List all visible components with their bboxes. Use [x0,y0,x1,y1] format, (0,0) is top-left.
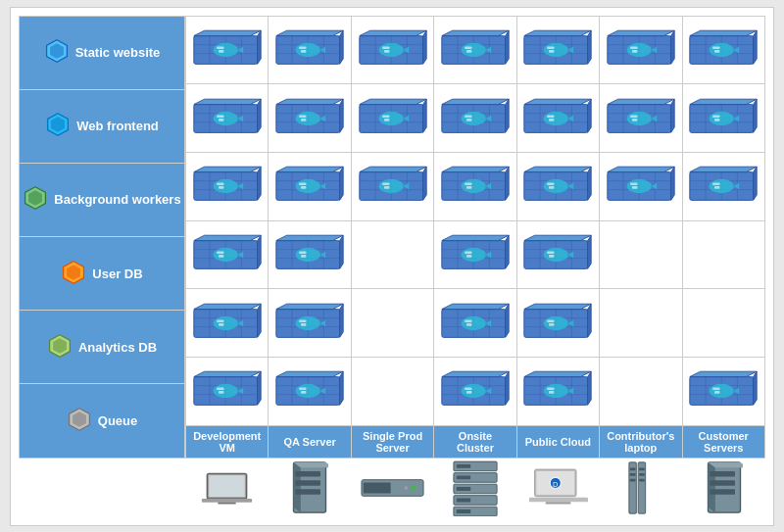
svg-rect-130 [382,115,389,118]
svg-marker-278 [340,235,344,268]
container-icon-0-6 [688,28,759,72]
cell-3-1 [268,220,350,289]
svg-marker-86 [754,30,758,64]
svg-rect-311 [549,255,554,258]
svg-point-200 [296,179,320,193]
svg-marker-205 [359,167,425,171]
svg-marker-254 [754,167,758,200]
container-icon-0-2 [358,28,428,72]
row-label-1: Web frontend [19,89,185,163]
svg-marker-409 [690,371,757,376]
svg-marker-170 [754,99,758,132]
container-icon-0-1 [274,28,345,72]
cell-0-6 [682,16,765,84]
bottom-icon-2 [351,478,434,498]
svg-point-433 [405,486,409,490]
svg-rect-452 [630,467,636,470]
svg-rect-428 [295,480,320,486]
svg-marker-241 [608,167,674,171]
svg-marker-182 [257,167,261,200]
svg-rect-178 [712,115,719,118]
svg-marker-85 [690,30,757,35]
svg-rect-427 [295,471,320,477]
svg-point-356 [544,315,568,329]
svg-marker-98 [257,99,261,132]
data-row-4 [185,288,765,357]
svg-rect-299 [466,255,471,258]
row-label-text-2: Background workers [54,192,180,207]
svg-marker-217 [442,167,509,171]
col-header-4: Public Cloud [516,425,599,459]
svg-point-176 [710,111,734,124]
cell-0-3 [433,16,515,84]
container-icon-0-3 [440,28,511,72]
svg-rect-359 [549,323,554,326]
svg-rect-453 [630,473,636,476]
container-icon-1-1 [274,97,345,140]
svg-rect-131 [384,119,389,121]
cell-1-2 [351,83,433,152]
svg-marker-14 [257,30,261,64]
svg-point-128 [378,111,403,124]
svg-rect-143 [466,119,471,121]
svg-rect-429 [295,489,320,495]
svg-rect-23 [219,50,223,53]
cell-5-0 [185,357,268,425]
svg-point-308 [544,248,568,262]
container-icon-2-6 [688,165,759,208]
cell-5-2 [351,357,433,425]
svg-rect-95 [714,50,719,53]
hex-icon-5 [67,407,92,435]
svg-rect-441 [457,487,470,491]
svg-marker-133 [442,99,509,104]
svg-rect-262 [712,183,719,186]
svg-marker-302 [588,235,592,268]
svg-rect-82 [630,46,637,49]
data-row-5 [185,357,765,425]
bottom-icon-0 [185,469,269,507]
svg-point-368 [213,384,237,398]
svg-point-152 [544,111,568,124]
svg-rect-298 [465,251,471,254]
container-icon-2-3 [440,165,511,208]
cell-0-0 [185,16,268,84]
cell-5-5 [599,357,681,425]
svg-marker-290 [506,235,510,268]
svg-marker-13 [194,30,261,35]
container-icon-2-4 [522,165,593,208]
cell-1-3 [433,83,515,152]
svg-point-248 [626,179,651,193]
svg-rect-203 [301,186,306,189]
row-label-text-5: Queue [98,413,137,428]
svg-marker-350 [588,304,592,337]
cell-2-4 [516,152,599,220]
svg-marker-397 [524,371,591,376]
row-label-3: User DB [19,236,185,310]
svg-rect-394 [465,388,471,391]
svg-rect-274 [217,251,223,254]
svg-marker-230 [588,167,592,200]
svg-marker-459 [708,462,714,512]
data-row-1 [185,83,765,152]
svg-rect-83 [632,50,637,53]
svg-rect-440 [457,475,470,479]
svg-rect-34 [299,46,306,49]
svg-point-296 [462,248,486,262]
cell-1-1 [268,83,350,152]
container-icon-1-3 [440,97,511,140]
svg-rect-251 [632,186,637,189]
cell-0-4 [516,16,599,84]
cell-0-1 [268,16,350,84]
svg-marker-158 [670,99,674,132]
svg-point-140 [462,111,486,124]
cell-2-3 [433,152,515,220]
svg-point-332 [296,315,320,329]
bottom-icon-5 [600,459,683,516]
svg-marker-62 [588,30,592,64]
svg-rect-447 [545,502,570,504]
data-row-3 [185,220,765,289]
svg-text:D: D [553,479,558,488]
cell-2-5 [599,152,681,220]
hex-icon-3 [61,260,86,288]
row-label-5: Queue [19,383,185,458]
